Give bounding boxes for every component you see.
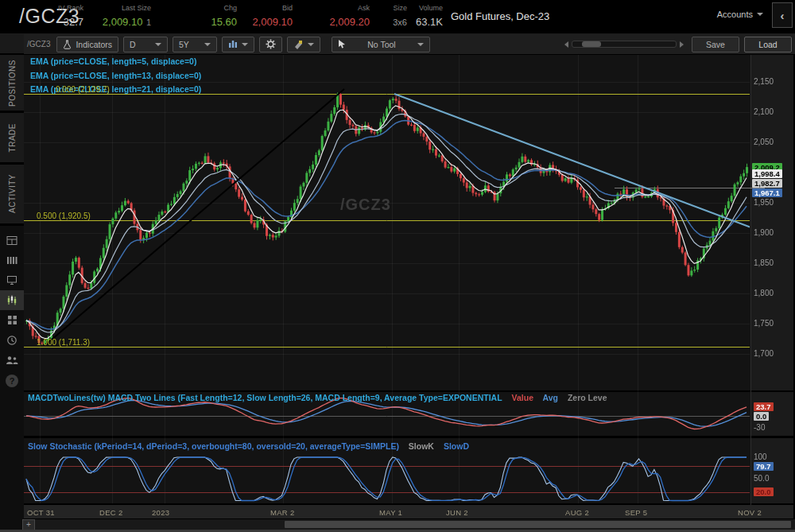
sidebar-item-history[interactable]	[0, 330, 24, 350]
help-button[interactable]: ?	[6, 375, 18, 387]
cursor-icon	[338, 40, 346, 49]
stat-chg: Chg 15.60	[187, 4, 237, 29]
sidebar-item-charts[interactable]	[0, 290, 24, 310]
paint-style-icon	[293, 40, 304, 49]
drawing-style-dropdown[interactable]	[287, 37, 320, 52]
stat-iv-rank: IV Rank 32.7	[44, 4, 83, 29]
slider-thumb[interactable]	[582, 41, 601, 47]
sidebar-item-grid[interactable]	[0, 310, 24, 330]
chevron-left-icon: ‹	[781, 9, 785, 22]
time-scrub-slider[interactable]	[564, 41, 684, 48]
chevron-down-icon	[417, 43, 424, 46]
range-dropdown[interactable]: 5Y	[173, 37, 217, 52]
flask-icon	[63, 40, 72, 49]
sidebar-item-community[interactable]	[0, 350, 24, 370]
zoom-button[interactable]: +	[22, 519, 35, 530]
chart-settings-button[interactable]	[259, 37, 282, 52]
horizontal-scrollbar[interactable]: +	[24, 519, 795, 530]
sidebar-tab-activity[interactable]: ACTIVITY	[0, 165, 24, 226]
sidebar-tab-positions[interactable]: POSITIONS	[0, 55, 24, 113]
bar-chart-icon	[228, 40, 238, 49]
chevron-down-icon	[757, 13, 763, 16]
stat-ask: Ask 2,009.20	[302, 4, 370, 29]
accounts-menu[interactable]: Accounts	[717, 10, 763, 19]
plus-icon: +	[26, 520, 31, 529]
toolbar-symbol-label: /GCZ3	[27, 40, 50, 49]
sidebar-item-quotes[interactable]	[0, 231, 24, 250]
grid-icon	[7, 315, 17, 325]
slider-left-arrow-icon[interactable]	[564, 41, 568, 48]
stat-bid: Bid 2,009.10	[238, 4, 293, 29]
chevron-down-icon	[242, 43, 248, 46]
stat-volume: Volume 63.1K	[409, 4, 443, 29]
gear-icon	[266, 39, 276, 49]
save-button[interactable]: Save	[692, 37, 739, 52]
people-icon	[6, 355, 18, 365]
sidebar-tab-trade[interactable]: TRADE	[0, 113, 24, 165]
slider-track[interactable]	[572, 41, 677, 48]
candlestick-chart-icon	[6, 295, 17, 305]
question-mark-icon: ?	[10, 376, 15, 386]
sidebar-grip	[0, 34, 24, 55]
sidebar-item-monitor[interactable]	[0, 270, 24, 290]
timeframe-dropdown[interactable]: D	[123, 37, 168, 52]
chevron-down-icon	[308, 43, 314, 46]
spreadsheet-icon	[6, 235, 17, 246]
chart-style-dropdown[interactable]	[222, 37, 254, 52]
stat-size: Size 3x6	[374, 4, 407, 29]
instrument-description: Gold Futures, Dec-23	[451, 10, 549, 22]
app-window: /GCZ3 IV Rank 32.7 Last Size 2,009.10 1 …	[0, 0, 795, 532]
monitor-icon	[6, 275, 17, 285]
collapse-panel-button[interactable]: ‹	[772, 2, 793, 28]
chart-toolbar: /GCZ3 Indicators D 5Y	[24, 34, 795, 55]
left-sidebar: POSITIONS TRADE ACTIVITY	[0, 34, 24, 532]
scrollbar-thumb[interactable]	[285, 521, 791, 528]
clock-icon	[6, 335, 17, 346]
slider-right-arrow-icon[interactable]	[680, 41, 684, 48]
load-button[interactable]: Load	[744, 37, 792, 52]
chevron-down-icon	[204, 43, 211, 46]
sidebar-item-dom[interactable]	[0, 250, 24, 270]
chevron-down-icon	[155, 43, 161, 46]
indicators-button[interactable]: Indicators	[56, 37, 118, 52]
active-tool-dropdown[interactable]: No Tool	[332, 37, 430, 52]
header-bar: /GCZ3 IV Rank 32.7 Last Size 2,009.10 1 …	[0, 0, 795, 34]
chart-canvas[interactable]	[0, 0, 795, 532]
stat-last-size: Last Size 2,009.10 1	[83, 4, 151, 29]
columns-icon	[6, 255, 17, 266]
